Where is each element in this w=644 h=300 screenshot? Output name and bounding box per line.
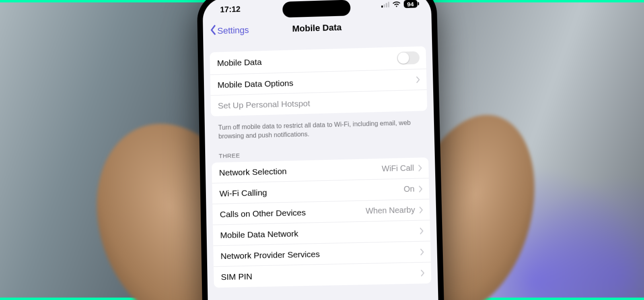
chevron-right-icon [416, 76, 420, 83]
toggle-knob [398, 52, 409, 64]
back-label: Settings [217, 25, 249, 36]
row-label: Network Selection [219, 164, 382, 178]
row-label: Calls on Other Devices [220, 206, 366, 219]
row-label: Network Provider Services [220, 247, 420, 261]
settings-group-mobile-data: Mobile Data Mobile Data Options Set Up P… [210, 46, 427, 116]
phone-frame: 17:12 94 Settings Mobile Da [197, 0, 448, 300]
chevron-right-icon [420, 227, 424, 234]
mobile-data-toggle[interactable] [397, 51, 420, 64]
chevron-right-icon [420, 269, 425, 277]
settings-group-carrier: Network Selection WiFi Call Wi-Fi Callin… [212, 157, 431, 288]
row-value: When Nearby [366, 205, 415, 216]
battery-level: 94 [407, 0, 414, 7]
battery-icon: 94 [404, 0, 418, 8]
row-label: SIM PIN [221, 268, 421, 282]
chevron-left-icon [209, 25, 216, 37]
row-label: Mobile Data [217, 54, 397, 68]
back-button[interactable]: Settings [209, 24, 249, 37]
chevron-right-icon [420, 248, 424, 255]
row-label: Wi-Fi Calling [219, 184, 404, 199]
cellular-signal-icon [381, 2, 389, 7]
row-value: WiFi Call [382, 163, 414, 174]
row-value: On [404, 184, 415, 194]
chevron-right-icon [419, 206, 423, 213]
settings-content: Mobile Data Mobile Data Options Set Up P… [203, 35, 438, 288]
chevron-right-icon [418, 185, 422, 192]
row-sim-pin[interactable]: SIM PIN [214, 263, 431, 288]
row-label: Mobile Data Network [220, 226, 420, 240]
wifi-icon [393, 1, 401, 8]
row-label: Set Up Personal Hotspot [218, 96, 420, 111]
row-label: Mobile Data Options [217, 75, 416, 90]
chevron-right-icon [418, 164, 422, 172]
phone-screen: 17:12 94 Settings Mobile Da [202, 0, 442, 300]
status-time: 17:12 [220, 4, 241, 14]
dynamic-island [282, 0, 351, 18]
